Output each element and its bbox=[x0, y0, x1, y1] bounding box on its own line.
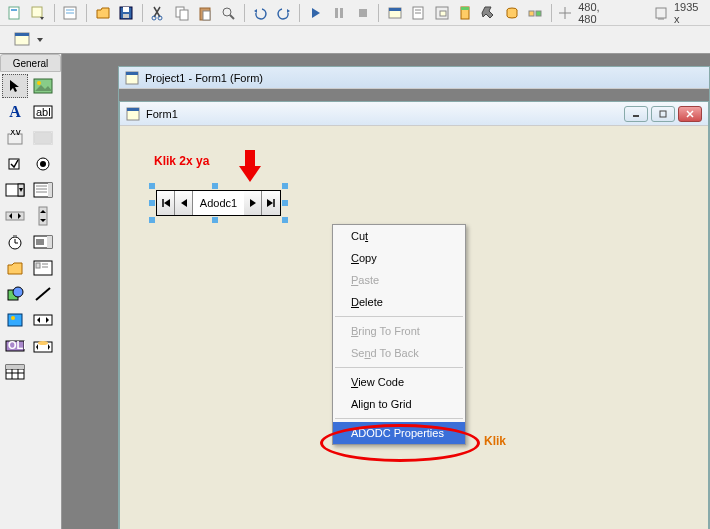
pointer-tool[interactable] bbox=[2, 74, 28, 98]
copy-button[interactable] bbox=[171, 2, 192, 24]
form-view-button[interactable] bbox=[8, 28, 36, 52]
ctx-adodc-properties[interactable]: ADODC Properties bbox=[333, 422, 465, 444]
start-button[interactable] bbox=[305, 2, 326, 24]
svg-rect-92 bbox=[245, 150, 255, 166]
secondary-toolbar bbox=[0, 26, 710, 54]
vscrollbar-tool[interactable] bbox=[30, 204, 56, 228]
ole-tool[interactable]: OLE bbox=[2, 334, 28, 358]
combobox-tool[interactable] bbox=[2, 178, 28, 202]
ctx-bring-to-front: Bring To Front bbox=[333, 320, 465, 342]
svg-rect-85 bbox=[6, 365, 24, 369]
svg-rect-56 bbox=[48, 183, 52, 197]
toolbox-header: General bbox=[0, 54, 61, 72]
svg-rect-73 bbox=[8, 314, 22, 326]
end-button[interactable] bbox=[352, 2, 373, 24]
data-view-button[interactable] bbox=[501, 2, 522, 24]
picturebox-tool[interactable] bbox=[30, 74, 56, 98]
save-button[interactable] bbox=[115, 2, 136, 24]
object-browser-button[interactable] bbox=[454, 2, 475, 24]
image-tool[interactable] bbox=[2, 308, 28, 332]
position-icon bbox=[557, 5, 572, 21]
dirlistbox-tool[interactable] bbox=[2, 256, 28, 280]
svg-point-39 bbox=[37, 81, 41, 85]
svg-rect-57 bbox=[6, 212, 24, 220]
break-button[interactable] bbox=[329, 2, 350, 24]
svg-rect-34 bbox=[656, 8, 666, 18]
frame-tool[interactable]: xv bbox=[2, 126, 28, 150]
redo-button[interactable] bbox=[273, 2, 294, 24]
svg-rect-64 bbox=[36, 239, 44, 245]
timer-tool[interactable] bbox=[2, 230, 28, 254]
drivelistbox-tool[interactable] bbox=[30, 230, 56, 254]
adodc-tool[interactable] bbox=[30, 334, 56, 358]
dropdown-icon[interactable] bbox=[36, 31, 44, 49]
paste-button[interactable] bbox=[194, 2, 215, 24]
toolbox-button[interactable] bbox=[478, 2, 499, 24]
context-menu: Cut Copy Paste Delete Bring To Front Sen… bbox=[332, 224, 466, 445]
ctx-cut[interactable]: Cut bbox=[333, 225, 465, 247]
adodc-next-button[interactable] bbox=[244, 191, 262, 215]
svg-line-16 bbox=[230, 15, 234, 19]
label-tool[interactable]: A bbox=[2, 100, 28, 124]
svg-rect-31 bbox=[536, 11, 541, 16]
svg-rect-28 bbox=[461, 7, 469, 10]
ctx-view-code[interactable]: View Code bbox=[333, 371, 465, 393]
find-button[interactable] bbox=[218, 2, 239, 24]
close-button[interactable] bbox=[678, 106, 702, 122]
adodc-caption: Adodc1 bbox=[193, 191, 244, 215]
form-icon bbox=[126, 107, 140, 121]
form-layout-button[interactable] bbox=[431, 2, 452, 24]
open-button[interactable] bbox=[92, 2, 113, 24]
svg-point-74 bbox=[11, 316, 15, 320]
mdi-area: Project1 - Form1 (Form) Form1 bbox=[62, 54, 710, 529]
svg-rect-0 bbox=[9, 7, 19, 19]
svg-rect-89 bbox=[127, 108, 139, 111]
adodc-prev-button[interactable] bbox=[175, 191, 193, 215]
line-tool[interactable] bbox=[30, 282, 56, 306]
annotation-klik2x: Klik 2x ya bbox=[154, 154, 209, 168]
svg-rect-45 bbox=[34, 132, 52, 144]
adodc-last-button[interactable] bbox=[262, 191, 280, 215]
svg-text:OLE: OLE bbox=[8, 339, 25, 351]
size-label: 1935 x bbox=[674, 1, 706, 25]
listbox-tool[interactable] bbox=[30, 178, 56, 202]
ctx-align-to-grid[interactable]: Align to Grid bbox=[333, 393, 465, 415]
svg-line-72 bbox=[36, 288, 50, 300]
maximize-button[interactable] bbox=[651, 106, 675, 122]
component-manager-button[interactable] bbox=[524, 2, 545, 24]
project-title-text: Project1 - Form1 (Form) bbox=[145, 72, 263, 84]
datagrid-tool[interactable] bbox=[2, 360, 28, 384]
filelistbox-tool[interactable] bbox=[30, 256, 56, 280]
adodc-control[interactable]: Adodc1 bbox=[156, 190, 281, 216]
shape-tool[interactable] bbox=[2, 282, 28, 306]
form-icon bbox=[125, 71, 139, 85]
svg-point-15 bbox=[223, 8, 231, 16]
adodc-first-button[interactable] bbox=[157, 191, 175, 215]
svg-rect-8 bbox=[123, 14, 129, 18]
adodc-control-selection[interactable]: Adodc1 bbox=[152, 186, 285, 220]
undo-button[interactable] bbox=[250, 2, 271, 24]
hscrollbar-tool[interactable] bbox=[2, 204, 28, 228]
textbox-tool[interactable]: abl bbox=[30, 100, 56, 124]
svg-rect-37 bbox=[15, 33, 29, 36]
svg-rect-18 bbox=[340, 8, 343, 18]
project-titlebar[interactable]: Project1 - Form1 (Form) bbox=[119, 67, 709, 89]
add-component-dropdown[interactable] bbox=[27, 2, 48, 24]
svg-rect-21 bbox=[389, 8, 401, 11]
ctx-copy[interactable]: Copy bbox=[333, 247, 465, 269]
cut-button[interactable] bbox=[148, 2, 169, 24]
form-titlebar[interactable]: Form1 bbox=[120, 102, 708, 126]
svg-rect-67 bbox=[36, 263, 40, 268]
checkbox-tool[interactable] bbox=[2, 152, 28, 176]
menu-editor-button[interactable] bbox=[60, 2, 81, 24]
commandbutton-tool[interactable] bbox=[30, 126, 56, 150]
data-tool[interactable] bbox=[30, 308, 56, 332]
properties-button[interactable] bbox=[408, 2, 429, 24]
optionbutton-tool[interactable] bbox=[30, 152, 56, 176]
ctx-delete[interactable]: Delete bbox=[333, 291, 465, 313]
minimize-button[interactable] bbox=[624, 106, 648, 122]
svg-rect-75 bbox=[34, 315, 52, 325]
new-project-button[interactable] bbox=[4, 2, 25, 24]
svg-rect-17 bbox=[335, 8, 338, 18]
project-explorer-button[interactable] bbox=[384, 2, 405, 24]
